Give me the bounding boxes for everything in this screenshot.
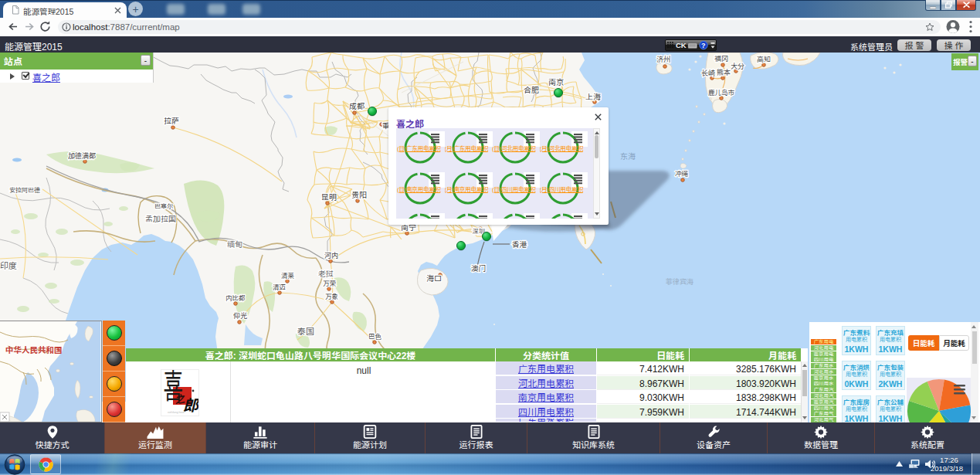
svg-text:清迈: 清迈 — [273, 282, 286, 291]
svg-text:仰光: 仰光 — [233, 310, 247, 321]
svg-text:大分: 大分 — [731, 61, 744, 71]
svg-text:昆明: 昆明 — [321, 191, 337, 202]
svg-text:内比都: 内比都 — [226, 293, 246, 302]
svg-text:福冈: 福冈 — [714, 53, 728, 63]
svg-text:合肥: 合肥 — [524, 83, 539, 95]
svg-text:xizhilang food: xizhilang food — [168, 411, 184, 414]
svg-text:清莱: 清莱 — [281, 270, 295, 280]
svg-text:加德满都: 加德满都 — [68, 151, 96, 161]
svg-text:河内: 河内 — [324, 250, 338, 260]
svg-text:巴塞尔: 巴塞尔 — [154, 202, 173, 210]
svg-text:安拉阿巴德: 安拉阿巴德 — [9, 185, 40, 194]
svg-text:?: ? — [701, 42, 706, 49]
svg-text:香港: 香港 — [512, 239, 527, 249]
svg-text:万荣: 万荣 — [323, 278, 337, 287]
svg-text:长崎: 长崎 — [701, 68, 715, 78]
svg-text:澳门: 澳门 — [471, 263, 486, 273]
svg-text:冲绳: 冲绳 — [675, 168, 689, 178]
svg-text:万象: 万象 — [325, 291, 338, 300]
svg-text:东海: 东海 — [620, 150, 636, 161]
svg-text:中华人民共和国: 中华人民共和国 — [5, 344, 63, 355]
svg-text:拉萨: 拉萨 — [164, 114, 179, 126]
svg-text:贵阳: 贵阳 — [351, 188, 367, 200]
svg-text:南京: 南京 — [548, 76, 564, 87]
svg-text:上海: 上海 — [585, 90, 601, 102]
svg-text:济州: 济州 — [656, 54, 670, 64]
svg-text:鹿儿岛市: 鹿儿岛市 — [708, 87, 735, 97]
svg-text:成都: 成都 — [349, 100, 365, 111]
svg-text:菲律宾海: 菲律宾海 — [666, 277, 693, 287]
svg-text:CK: CK — [676, 41, 687, 49]
svg-text:孟加拉国: 孟加拉国 — [145, 212, 176, 224]
svg-text:海口: 海口 — [426, 272, 442, 283]
svg-text:老挝: 老挝 — [318, 267, 334, 279]
svg-text:泰国: 泰国 — [297, 324, 314, 337]
svg-text:高知: 高知 — [757, 54, 771, 64]
svg-text:印度: 印度 — [0, 259, 17, 271]
svg-text:巴色: 巴色 — [368, 331, 382, 341]
svg-text:缅甸: 缅甸 — [227, 238, 242, 249]
svg-text:郎: 郎 — [183, 393, 198, 416]
svg-text:熊本: 熊本 — [717, 67, 731, 77]
